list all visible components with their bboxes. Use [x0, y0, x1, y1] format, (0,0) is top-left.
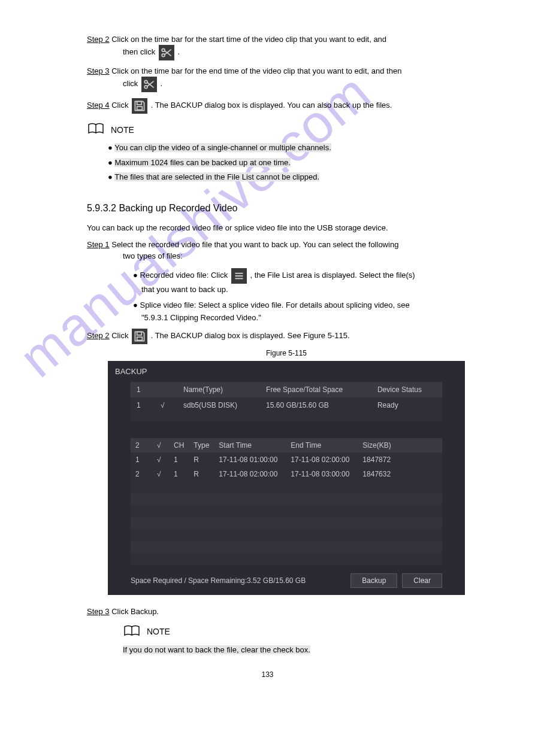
intro-text: You can back up the recorded video file …	[87, 222, 481, 234]
file-row[interactable]: 2 √ 1 R 17-11-08 02:00:00 17-11-08 03:00…	[131, 467, 442, 481]
bu-step1-b0-tail2: that you want to back up.	[141, 284, 481, 296]
dev-hdr-space: Free Space/Total Space	[260, 382, 371, 397]
dev-hdr-chk	[155, 382, 177, 397]
clear-button[interactable]: Clear	[402, 573, 442, 588]
step4: Step 4 Click . The BACKUP dialog box is …	[87, 98, 481, 114]
bu-step2-suffix: . The BACKUP dialog box is displayed. Se…	[151, 331, 350, 340]
note1-bullet-1: ● Maximum 1024 files can be backed up at…	[108, 156, 481, 171]
bu-step1-b1-lead: Splice video file: Select a splice video…	[140, 300, 409, 309]
step2: Step 2 Click on the time bar for the sta…	[87, 35, 481, 44]
dev-idx: 1	[131, 397, 155, 413]
dev-hdr-count: 1	[131, 382, 155, 397]
file-type: R	[189, 453, 214, 467]
scissors-icon	[159, 45, 174, 60]
dev-name: sdb5(USB DISK)	[177, 397, 260, 413]
svg-rect-10	[132, 98, 147, 114]
step2-line1: then click	[123, 47, 155, 56]
backup-dialog: BACKUP 1 Name(Type) Free Space/Total Spa…	[108, 361, 465, 595]
bu-step3-label: Step 3	[87, 607, 110, 616]
note1-bullet-0: ● You can clip the video of a single-cha…	[108, 141, 481, 156]
files-hdr-end: End Time	[286, 438, 358, 453]
bu-step2-label: Step 2	[87, 331, 110, 340]
file-row-empty	[131, 493, 442, 505]
book-icon-2	[123, 624, 141, 639]
bu-step1-text2: two types of files:	[123, 250, 481, 262]
files-hdr-start: Start Time	[214, 438, 286, 453]
step4-suffix: . The BACKUP dialog box is displayed. Yo…	[151, 101, 392, 110]
file-idx: 2	[131, 467, 152, 481]
step2-label: Step 2	[87, 35, 110, 44]
backup-title: BACKUP	[108, 361, 465, 382]
file-row[interactable]: 1 √ 1 R 17-11-08 01:00:00 17-11-08 02:00…	[131, 453, 442, 467]
file-row-empty	[131, 541, 442, 553]
bu-step3: Step 3 Click Backup.	[87, 607, 481, 616]
files-hdr-chk: √	[152, 438, 169, 453]
step3: Step 3 Click on the time bar for the end…	[87, 66, 481, 75]
section-heading: 5.9.3.2 Backing up Recorded Video	[87, 203, 481, 214]
dev-status: Ready	[371, 397, 442, 413]
file-size: 1847872	[358, 453, 442, 467]
backup-button[interactable]: Backup	[350, 573, 397, 588]
note2-text: If you do not want to back the file, cle…	[123, 645, 310, 654]
files-hdr-type: Type	[189, 438, 214, 453]
file-checkbox[interactable]: √	[152, 467, 169, 481]
file-row-empty	[131, 481, 442, 493]
step3-label: Step 3	[87, 66, 110, 75]
file-row-empty	[131, 505, 442, 517]
step2-line0: Click on the time bar for the start time…	[111, 35, 386, 44]
save-icon	[132, 98, 147, 114]
bu-step1-text: Select the recorded video file that you …	[111, 240, 398, 249]
dev-space: 15.60 GB/15.60 GB	[260, 397, 371, 413]
bu-step3-text: Click Backup.	[111, 607, 159, 616]
file-row-empty	[131, 553, 442, 565]
bu-step1-bullet0: ● Recorded video file: Click , the File …	[133, 268, 481, 296]
step3-line0: Click on the time bar for the end time o…	[111, 66, 401, 75]
bu-step2-text: Click	[111, 331, 128, 340]
file-start: 17-11-08 02:00:00	[214, 467, 286, 481]
files-hdr-size: Size(KB)	[358, 438, 442, 453]
file-end: 17-11-08 02:00:00	[286, 453, 358, 467]
note2-label: NOTE	[147, 627, 170, 636]
step3-line1: click	[123, 79, 138, 88]
device-table: 1 Name(Type) Free Space/Total Space Devi…	[131, 382, 442, 421]
note1-label: NOTE	[111, 125, 134, 135]
step4-label: Step 4	[87, 101, 110, 110]
bu-step1-label: Step 1	[87, 240, 110, 249]
dev-checkbox[interactable]: √	[155, 397, 177, 413]
bu-step1-b0-lead: Recorded video file: Click	[140, 271, 228, 280]
step4-text: Click	[111, 101, 128, 110]
file-size: 1847632	[358, 467, 442, 481]
figure-caption: Figure 5-115	[108, 349, 465, 357]
bu-step1: Step 1 Select the recorded video file th…	[87, 240, 481, 249]
file-end: 17-11-08 03:00:00	[286, 467, 358, 481]
bu-step1-bullet1: ● Splice video file: Select a splice vid…	[133, 299, 481, 323]
list-icon	[231, 268, 247, 284]
file-ch: 1	[169, 467, 189, 481]
bu-step2: Step 2 Click . The BACKUP dialog box is …	[87, 329, 481, 344]
device-header-row: 1 Name(Type) Free Space/Total Space Devi…	[131, 382, 442, 397]
file-row-empty	[131, 517, 442, 529]
file-ch: 1	[169, 453, 189, 467]
file-idx: 1	[131, 453, 152, 467]
file-type: R	[189, 467, 214, 481]
file-start: 17-11-08 01:00:00	[214, 453, 286, 467]
svg-rect-18	[132, 329, 147, 344]
step2-line1wrap: then click .	[123, 45, 481, 60]
file-checkbox[interactable]: √	[152, 453, 169, 467]
files-table: 2 √ CH Type Start Time End Time Size(KB)…	[131, 438, 442, 565]
book-icon	[87, 122, 105, 137]
file-row-empty	[131, 529, 442, 541]
page-number: 133	[0, 670, 535, 679]
files-header-row: 2 √ CH Type Start Time End Time Size(KB)	[131, 438, 442, 453]
bu-step1-b0-tail: , the File List area is displayed. Selec…	[250, 271, 415, 280]
backup-footer-text: Space Required / Space Remaining:3.52 GB…	[131, 576, 306, 585]
files-hdr-count: 2	[131, 438, 152, 453]
step3-suffix: .	[161, 79, 163, 88]
note1-bullet-2: ● The files that are selected in the Fil…	[108, 170, 481, 185]
note2: NOTE If you do not want to back the file…	[123, 624, 481, 658]
dev-hdr-status: Device Status	[371, 382, 442, 397]
note1: NOTE ● You can clip the video of a singl…	[87, 122, 481, 185]
step3-line1wrap: click .	[123, 77, 481, 92]
device-row[interactable]: 1 √ sdb5(USB DISK) 15.60 GB/15.60 GB Rea…	[131, 397, 442, 413]
save-icon-2	[132, 329, 147, 344]
